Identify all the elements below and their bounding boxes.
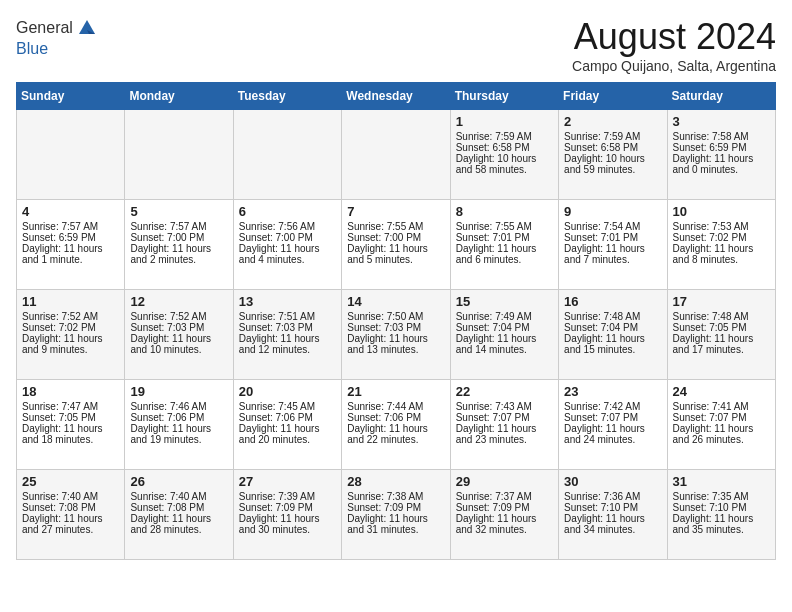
day-info: Sunrise: 7:39 AM [239, 491, 336, 502]
calendar-cell: 2Sunrise: 7:59 AMSunset: 6:58 PMDaylight… [559, 110, 667, 200]
day-number: 13 [239, 294, 336, 309]
day-info: Sunrise: 7:55 AM [456, 221, 553, 232]
day-info: Sunset: 7:03 PM [130, 322, 227, 333]
day-info: Daylight: 11 hours and 17 minutes. [673, 333, 770, 355]
day-info: Sunrise: 7:48 AM [673, 311, 770, 322]
day-number: 27 [239, 474, 336, 489]
day-number: 12 [130, 294, 227, 309]
page-header: General Blue August 2024 Campo Quijano, … [16, 16, 776, 74]
day-info: Daylight: 11 hours and 13 minutes. [347, 333, 444, 355]
day-info: Daylight: 11 hours and 35 minutes. [673, 513, 770, 535]
day-info: Sunrise: 7:52 AM [22, 311, 119, 322]
day-info: Daylight: 11 hours and 19 minutes. [130, 423, 227, 445]
day-number: 6 [239, 204, 336, 219]
day-number: 22 [456, 384, 553, 399]
day-info: Daylight: 11 hours and 14 minutes. [456, 333, 553, 355]
calendar-cell: 26Sunrise: 7:40 AMSunset: 7:08 PMDayligh… [125, 470, 233, 560]
day-info: Daylight: 11 hours and 26 minutes. [673, 423, 770, 445]
day-number: 16 [564, 294, 661, 309]
day-info: Sunset: 7:07 PM [564, 412, 661, 423]
day-info: Sunset: 6:59 PM [673, 142, 770, 153]
calendar-cell: 27Sunrise: 7:39 AMSunset: 7:09 PMDayligh… [233, 470, 341, 560]
day-number: 30 [564, 474, 661, 489]
day-info: Daylight: 11 hours and 23 minutes. [456, 423, 553, 445]
day-info: Daylight: 11 hours and 15 minutes. [564, 333, 661, 355]
day-number: 28 [347, 474, 444, 489]
calendar-cell: 22Sunrise: 7:43 AMSunset: 7:07 PMDayligh… [450, 380, 558, 470]
location: Campo Quijano, Salta, Argentina [572, 58, 776, 74]
day-number: 25 [22, 474, 119, 489]
calendar-cell: 29Sunrise: 7:37 AMSunset: 7:09 PMDayligh… [450, 470, 558, 560]
day-number: 8 [456, 204, 553, 219]
day-number: 15 [456, 294, 553, 309]
day-info: Sunset: 7:07 PM [456, 412, 553, 423]
day-info: Sunset: 7:01 PM [456, 232, 553, 243]
day-info: Sunset: 7:09 PM [347, 502, 444, 513]
day-info: Sunset: 7:10 PM [564, 502, 661, 513]
calendar-cell: 5Sunrise: 7:57 AMSunset: 7:00 PMDaylight… [125, 200, 233, 290]
day-info: Sunrise: 7:50 AM [347, 311, 444, 322]
day-info: Daylight: 11 hours and 24 minutes. [564, 423, 661, 445]
day-number: 29 [456, 474, 553, 489]
calendar-cell: 10Sunrise: 7:53 AMSunset: 7:02 PMDayligh… [667, 200, 775, 290]
day-number: 5 [130, 204, 227, 219]
calendar-cell: 21Sunrise: 7:44 AMSunset: 7:06 PMDayligh… [342, 380, 450, 470]
day-info: Daylight: 11 hours and 1 minute. [22, 243, 119, 265]
calendar-cell [125, 110, 233, 200]
calendar-body: 1Sunrise: 7:59 AMSunset: 6:58 PMDaylight… [17, 110, 776, 560]
calendar-cell: 14Sunrise: 7:50 AMSunset: 7:03 PMDayligh… [342, 290, 450, 380]
day-info: Daylight: 11 hours and 0 minutes. [673, 153, 770, 175]
day-info: Sunrise: 7:51 AM [239, 311, 336, 322]
day-info: Daylight: 11 hours and 28 minutes. [130, 513, 227, 535]
day-info: Sunrise: 7:40 AM [130, 491, 227, 502]
calendar-cell: 19Sunrise: 7:46 AMSunset: 7:06 PMDayligh… [125, 380, 233, 470]
calendar-cell: 1Sunrise: 7:59 AMSunset: 6:58 PMDaylight… [450, 110, 558, 200]
title-area: August 2024 Campo Quijano, Salta, Argent… [572, 16, 776, 74]
day-info: Sunset: 7:08 PM [22, 502, 119, 513]
calendar-cell [17, 110, 125, 200]
day-info: Daylight: 11 hours and 6 minutes. [456, 243, 553, 265]
day-info: Daylight: 11 hours and 9 minutes. [22, 333, 119, 355]
day-info: Sunset: 7:04 PM [564, 322, 661, 333]
calendar-cell: 4Sunrise: 7:57 AMSunset: 6:59 PMDaylight… [17, 200, 125, 290]
day-info: Daylight: 11 hours and 7 minutes. [564, 243, 661, 265]
day-number: 26 [130, 474, 227, 489]
day-number: 10 [673, 204, 770, 219]
calendar-week-3: 11Sunrise: 7:52 AMSunset: 7:02 PMDayligh… [17, 290, 776, 380]
day-info: Sunrise: 7:43 AM [456, 401, 553, 412]
calendar-cell: 17Sunrise: 7:48 AMSunset: 7:05 PMDayligh… [667, 290, 775, 380]
day-info: Sunset: 7:00 PM [130, 232, 227, 243]
logo-blue-text: Blue [16, 40, 99, 58]
day-info: Sunrise: 7:35 AM [673, 491, 770, 502]
calendar-table: SundayMondayTuesdayWednesdayThursdayFrid… [16, 82, 776, 560]
calendar-cell [342, 110, 450, 200]
day-info: Daylight: 11 hours and 20 minutes. [239, 423, 336, 445]
day-info: Daylight: 11 hours and 12 minutes. [239, 333, 336, 355]
day-info: Sunset: 7:06 PM [239, 412, 336, 423]
day-number: 1 [456, 114, 553, 129]
day-info: Sunset: 7:02 PM [22, 322, 119, 333]
day-info: Sunrise: 7:36 AM [564, 491, 661, 502]
day-number: 3 [673, 114, 770, 129]
day-info: Sunrise: 7:38 AM [347, 491, 444, 502]
day-number: 17 [673, 294, 770, 309]
calendar-cell: 23Sunrise: 7:42 AMSunset: 7:07 PMDayligh… [559, 380, 667, 470]
day-info: Sunset: 7:05 PM [22, 412, 119, 423]
day-info: Sunset: 7:06 PM [130, 412, 227, 423]
day-info: Sunrise: 7:59 AM [564, 131, 661, 142]
weekday-header-saturday: Saturday [667, 83, 775, 110]
calendar-cell: 12Sunrise: 7:52 AMSunset: 7:03 PMDayligh… [125, 290, 233, 380]
calendar-cell: 28Sunrise: 7:38 AMSunset: 7:09 PMDayligh… [342, 470, 450, 560]
day-info: Daylight: 11 hours and 34 minutes. [564, 513, 661, 535]
day-info: Sunrise: 7:41 AM [673, 401, 770, 412]
day-number: 31 [673, 474, 770, 489]
month-title: August 2024 [572, 16, 776, 58]
day-number: 20 [239, 384, 336, 399]
day-info: Sunset: 7:02 PM [673, 232, 770, 243]
day-number: 19 [130, 384, 227, 399]
logo: General Blue [16, 16, 99, 58]
day-info: Sunrise: 7:47 AM [22, 401, 119, 412]
day-info: Sunrise: 7:57 AM [22, 221, 119, 232]
day-info: Sunset: 6:58 PM [456, 142, 553, 153]
weekday-header-sunday: Sunday [17, 83, 125, 110]
